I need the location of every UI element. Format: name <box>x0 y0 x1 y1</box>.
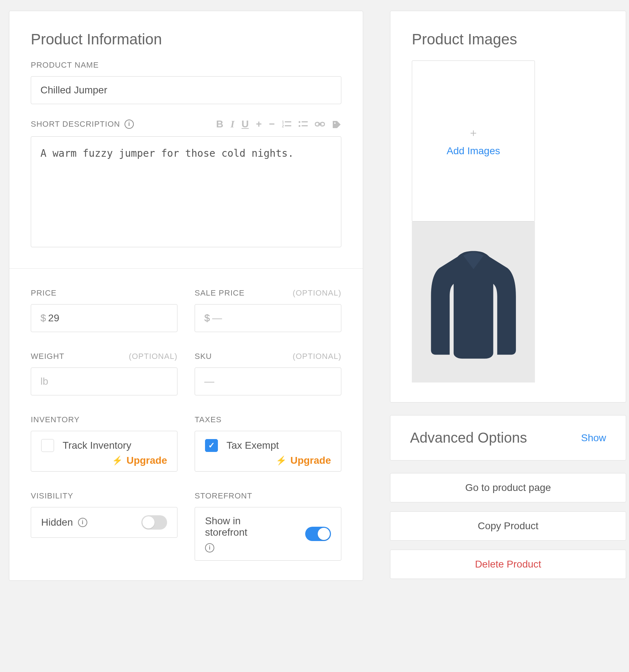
sku-input[interactable] <box>195 367 341 395</box>
tax-exempt-text: Tax Exempt <box>226 440 279 451</box>
price-input[interactable] <box>48 312 168 324</box>
visibility-toggle-row[interactable]: Hidden i <box>31 507 177 538</box>
svg-text:2: 2 <box>282 124 284 128</box>
optional-label: (OPTIONAL) <box>293 352 341 361</box>
price-input-wrapper[interactable]: $ <box>31 304 177 332</box>
info-icon[interactable]: i <box>78 518 87 527</box>
copy-product-button[interactable]: Copy Product <box>390 511 626 541</box>
minus-icon[interactable]: − <box>269 118 275 130</box>
price-label: PRICE <box>31 288 177 298</box>
inventory-label: INVENTORY <box>31 415 177 424</box>
inventory-upgrade-link[interactable]: ⚡ Upgrade <box>41 455 167 466</box>
bolt-icon: ⚡ <box>112 456 123 466</box>
product-information-title: Product Information <box>31 31 341 48</box>
weight-input[interactable] <box>31 367 177 395</box>
show-in-storefront-text: Show in storefront <box>205 515 283 538</box>
tag-icon[interactable] <box>332 120 341 128</box>
optional-label: (OPTIONAL) <box>293 288 341 298</box>
advanced-options-title: Advanced Options <box>410 430 527 446</box>
rich-text-toolbar: B I U + − 12 <box>216 118 341 130</box>
tax-exempt-checkbox[interactable] <box>205 439 218 452</box>
svg-rect-1 <box>285 121 291 122</box>
bold-icon[interactable]: B <box>216 118 223 130</box>
bolt-icon: ⚡ <box>276 456 287 466</box>
plus-icon[interactable]: + <box>256 118 262 130</box>
italic-icon[interactable]: I <box>230 118 234 130</box>
product-information-section: Product Information PRODUCT NAME SHORT D… <box>9 11 363 268</box>
advanced-options-show-link[interactable]: Show <box>581 432 606 444</box>
hidden-text: Hidden <box>41 517 73 528</box>
svg-rect-10 <box>318 124 322 125</box>
product-images-section: Product Images ＋ Add Images <box>390 11 626 403</box>
sale-price-input[interactable] <box>212 312 332 324</box>
sku-label: SKU <box>195 352 212 361</box>
svg-text:1: 1 <box>282 120 284 124</box>
track-inventory-checkbox[interactable] <box>41 439 54 452</box>
upgrade-text: Upgrade <box>126 455 167 466</box>
pricing-section: PRICE $ SALE PRICE (OPTIONAL) $ <box>9 269 363 580</box>
product-images-title: Product Images <box>412 31 604 48</box>
advanced-options-card: Advanced Options Show <box>390 415 626 461</box>
product-name-label: PRODUCT NAME <box>31 60 341 70</box>
delete-product-button[interactable]: Delete Product <box>390 550 626 579</box>
visibility-label: VISIBILITY <box>31 491 177 501</box>
svg-rect-5 <box>302 121 308 122</box>
currency-symbol: $ <box>204 312 210 324</box>
unordered-list-icon[interactable] <box>298 120 308 128</box>
taxes-label: TAXES <box>195 415 341 424</box>
track-inventory-text: Track Inventory <box>63 440 131 451</box>
svg-rect-7 <box>302 125 308 126</box>
product-image-thumbnail[interactable] <box>412 221 535 383</box>
tax-exempt-row[interactable]: Tax Exempt ⚡ Upgrade <box>195 431 341 472</box>
product-name-input[interactable] <box>31 76 341 104</box>
short-description-input[interactable] <box>31 136 341 247</box>
add-images-link[interactable]: Add Images <box>447 145 500 157</box>
upgrade-text: Upgrade <box>290 455 331 466</box>
weight-label: WEIGHT <box>31 352 64 361</box>
go-to-product-page-button[interactable]: Go to product page <box>390 473 626 502</box>
svg-point-11 <box>334 122 336 124</box>
track-inventory-row[interactable]: Track Inventory ⚡ Upgrade <box>31 431 177 472</box>
visibility-toggle[interactable] <box>141 515 167 530</box>
svg-point-6 <box>299 125 301 127</box>
svg-point-4 <box>299 121 301 123</box>
sale-price-input-wrapper[interactable]: $ <box>195 304 341 332</box>
plus-icon: ＋ <box>468 126 479 140</box>
info-icon[interactable]: i <box>125 120 134 129</box>
sale-price-label: SALE PRICE <box>195 288 245 298</box>
storefront-toggle[interactable] <box>305 527 331 541</box>
underline-icon[interactable]: U <box>242 118 249 130</box>
optional-label: (OPTIONAL) <box>129 352 177 361</box>
ordered-list-icon[interactable]: 12 <box>282 120 291 128</box>
svg-rect-3 <box>285 125 291 126</box>
storefront-toggle-row[interactable]: Show in storefront i <box>195 507 341 561</box>
storefront-label: STOREFRONT <box>195 491 341 501</box>
link-icon[interactable] <box>315 121 325 127</box>
add-images-box[interactable]: ＋ Add Images <box>412 60 535 221</box>
taxes-upgrade-link[interactable]: ⚡ Upgrade <box>205 455 331 466</box>
info-icon[interactable]: i <box>205 543 214 552</box>
currency-symbol: $ <box>40 312 46 324</box>
short-description-label: SHORT DESCRIPTION <box>31 120 120 129</box>
